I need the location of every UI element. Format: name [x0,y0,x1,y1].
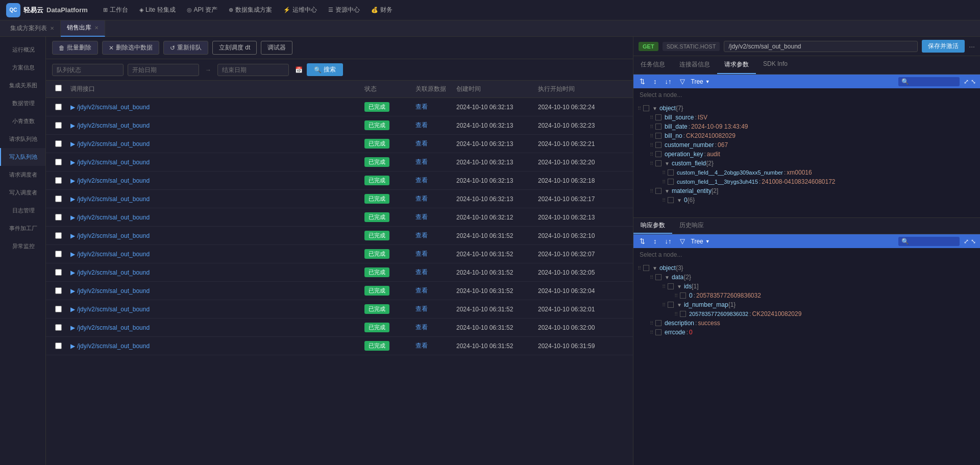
resp-tree-row-ids[interactable]: ⠿ ▼ ids [1] [633,282,980,291]
tree-row-bill-no[interactable]: ⠿ bill_no : CK202410082029 [633,131,980,140]
sidebar-item-integration-map[interactable]: 集成关系图 [0,77,45,94]
tree-checkbox[interactable] [655,142,662,148]
resp-tree-expand-icon[interactable]: ⇅ [638,236,647,246]
sidebar-item-event-factory[interactable]: 事件加工厂 [0,219,45,237]
api-path[interactable]: /jdy/v2/scm/sal_out_bound [77,140,150,148]
table-row[interactable]: ▶ /jdy/v2/scm/sal_out_bound 已完成 查看 2024-… [46,135,633,153]
collapse-all-icon[interactable]: ⤡ [971,78,976,85]
tree-expand-icon[interactable]: ⇅ [638,77,647,86]
table-row[interactable]: ▶ /jdy/v2/scm/sal_out_bound 已完成 查看 2024-… [46,245,633,263]
resp-tree-row-object[interactable]: ⠿ ▼ object {3} [633,263,980,273]
api-path[interactable]: /jdy/v2/scm/sal_out_bound [77,122,150,129]
resp-tree-row-errcode[interactable]: ⠿ errcode : 0 [633,328,980,337]
api-path[interactable]: /jdy/v2/scm/sal_out_bound [77,269,150,276]
schedule-now-button[interactable]: 立刻调度 dt [212,41,257,55]
row-select-checkbox[interactable] [55,232,62,239]
table-row[interactable]: ▶ /jdy/v2/scm/sal_out_bound 已完成 查看 2024-… [46,337,633,355]
debugger-button[interactable]: 调试器 [261,41,292,55]
row-select-checkbox[interactable] [55,214,62,221]
resp-tree-collapse-icon[interactable]: ↕ [651,236,659,246]
table-row[interactable]: ▶ /jdy/v2/scm/sal_out_bound 已完成 查看 2024-… [46,300,633,319]
tab-response-params[interactable]: 响应参数 [633,218,672,234]
resp-tree-row-id-map-entry[interactable]: ⠿ 2057835772609836032 : CK202410082029 [633,309,980,319]
view-link[interactable]: 查看 [415,213,428,222]
api-path[interactable]: /jdy/v2/scm/sal_out_bound [77,195,150,203]
sidebar-item-data-mgmt[interactable]: 数据管理 [0,94,45,112]
api-path[interactable]: /jdy/v2/scm/sal_out_bound [77,214,150,221]
tree-checkbox[interactable] [655,160,662,166]
tab-close-sales[interactable]: ✕ [94,25,99,31]
api-path[interactable]: /jdy/v2/scm/sal_out_bound [77,177,150,184]
tab-solution-list[interactable]: 集成方案列表 ✕ [4,20,61,37]
tree-row-material-entity-0[interactable]: ⠿ ▼ 0 {6} [633,195,980,205]
tree-checkbox[interactable] [668,169,674,176]
tree-sort-icon[interactable]: ↓↑ [663,77,674,86]
view-link[interactable]: 查看 [415,194,428,203]
tree-checkbox[interactable] [655,151,662,157]
tab-connector-info[interactable]: 连接器信息 [672,56,717,74]
tree-row-bill-date[interactable]: ⠿ bill_date : 2024-10-09 13:43:49 [633,122,980,131]
tree-row-bill-source[interactable]: ⠿ bill_source : ISV [633,113,980,122]
table-row[interactable]: ▶ /jdy/v2/scm/sal_out_bound 已完成 查看 2024-… [46,282,633,300]
view-link[interactable]: 查看 [415,139,428,148]
row-select-checkbox[interactable] [55,251,62,257]
nav-item-workbench[interactable]: ⊞工作台 [98,4,133,16]
expand-arrow[interactable]: ▼ [665,161,670,166]
tree-row-custom-field-1[interactable]: ⠿ custom_field__1__3trygs3uh415 : 241008… [633,177,980,186]
queue-status-filter[interactable] [52,64,124,76]
view-link[interactable]: 查看 [415,341,428,350]
nav-item-lite[interactable]: ◈Lite 轻集成 [134,4,181,16]
delete-selected-button[interactable]: ✕ 删除选中数据 [102,41,159,55]
nav-item-ops[interactable]: ⚡运维中心 [278,4,322,16]
tab-request-params[interactable]: 请求参数 [717,56,756,74]
sidebar-item-query[interactable]: 小青查数 [0,112,45,130]
sidebar-item-exception-monitor[interactable]: 异常监控 [0,237,45,255]
expand-arrow[interactable]: ▼ [677,198,682,203]
view-link[interactable]: 查看 [415,323,428,332]
tab-sdk-info[interactable]: SDK Info [756,56,795,74]
sidebar-item-overview[interactable]: 运行概况 [0,41,45,59]
view-link[interactable]: 查看 [415,231,428,240]
row-select-checkbox[interactable] [55,159,62,165]
tree-mode-label[interactable]: Tree ▼ [691,78,710,85]
resp-tree-sort-icon[interactable]: ↓↑ [663,236,674,246]
expand-all-icon[interactable]: ⤢ [964,78,969,85]
sidebar-item-log-mgmt[interactable]: 日志管理 [0,202,45,219]
api-path[interactable]: /jdy/v2/scm/sal_out_bound [77,342,150,350]
request-tree-search[interactable] [898,77,960,86]
expand-arrow[interactable]: ▼ [652,106,657,111]
expand-arrow[interactable]: ▼ [665,188,670,194]
view-link[interactable]: 查看 [415,286,428,295]
tree-row-custom-field[interactable]: ⠿ ▼ custom_field {2} [633,159,980,168]
row-select-checkbox[interactable] [55,342,62,349]
sidebar-item-plan-info[interactable]: 方案信息 [0,59,45,77]
tree-checkbox[interactable] [680,292,686,299]
tab-history-response[interactable]: 历史响应 [672,218,711,234]
nav-item-resources[interactable]: ☰资源中心 [323,4,365,16]
select-all-checkbox[interactable] [55,85,62,91]
sidebar-item-write-scheduler[interactable]: 写入调度者 [0,184,45,202]
response-tree-search[interactable] [898,237,960,246]
resp-collapse-all-icon[interactable]: ⤡ [971,238,976,245]
resp-tree-row-description[interactable]: ⠿ description : success [633,319,980,328]
view-link[interactable]: 查看 [415,268,428,277]
tree-checkbox[interactable] [668,283,674,289]
resp-tree-row-ids-0[interactable]: ⠿ 0 : 2057835772609836032 [633,291,980,300]
tree-row-operation-key[interactable]: ⠿ operation_key : audit [633,150,980,159]
tree-expand-collapse-buttons[interactable]: ⤢ ⤡ [964,78,976,85]
resp-tree-mode-label[interactable]: Tree ▼ [691,238,710,245]
tab-close-solution[interactable]: ✕ [50,26,54,31]
table-row[interactable]: ▶ /jdy/v2/scm/sal_out_bound 已完成 查看 2024-… [46,172,633,190]
tree-row-customer-number[interactable]: ⠿ customer_number : 067 [633,140,980,150]
resp-expand-all-icon[interactable]: ⤢ [964,238,969,245]
row-select-checkbox[interactable] [55,287,62,294]
tree-checkbox[interactable] [668,302,674,308]
tab-sales-outbound[interactable]: 销售出库 ✕ [61,20,105,37]
requeue-button[interactable]: ↺ 重新排队 [163,41,208,55]
api-path[interactable]: /jdy/v2/scm/sal_out_bound [77,324,150,331]
save-activate-button[interactable]: 保存并激活 [922,40,965,53]
api-path[interactable]: /jdy/v2/scm/sal_out_bound [77,251,150,258]
table-row[interactable]: ▶ /jdy/v2/scm/sal_out_bound 已完成 查看 2024-… [46,227,633,245]
end-date-filter[interactable] [217,64,289,76]
sidebar-item-request-queue[interactable]: 请求队列池 [0,130,45,148]
